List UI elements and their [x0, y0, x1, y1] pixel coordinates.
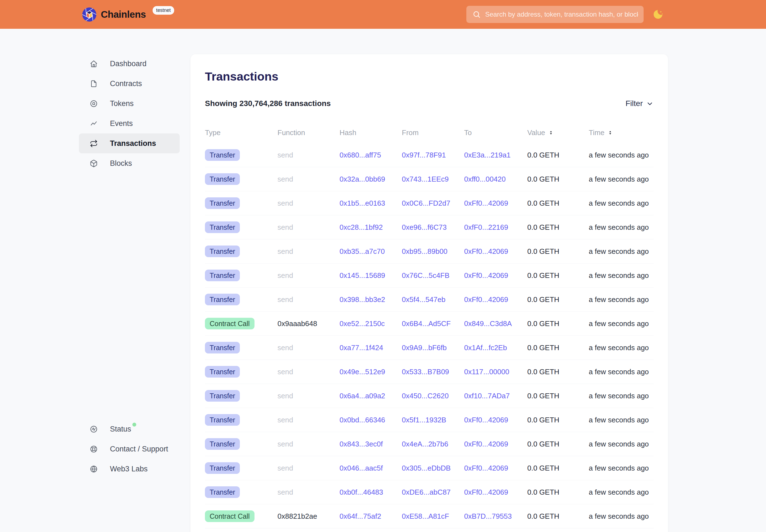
from-address-link[interactable]: 0x97f...78F91: [402, 151, 446, 159]
sidebar-item-label: Status: [110, 425, 131, 433]
value-cell: 0.0 GETH: [527, 488, 559, 496]
tx-type-badge: Transfer: [205, 246, 240, 257]
hash-link[interactable]: 0x680...aff75: [339, 151, 381, 159]
table-row: Transfersend0x6a4...a09a20x450...C26200x…: [205, 384, 654, 408]
to-address-link[interactable]: 0xFf0...42069: [464, 295, 508, 304]
to-address-link[interactable]: 0xf10...7ADa7: [464, 392, 510, 400]
to-address-link[interactable]: 0xFf0...42069: [464, 464, 508, 472]
time-cell: a few seconds ago: [589, 368, 649, 376]
to-address-link[interactable]: 0xFf0...42069: [464, 271, 508, 280]
hash-link[interactable]: 0x0bd...66346: [339, 416, 385, 424]
hash-link[interactable]: 0x64f...75af2: [339, 512, 381, 520]
from-address-link[interactable]: 0x4eA...2b7b6: [402, 440, 448, 448]
from-address-link[interactable]: 0xb95...89b00: [402, 247, 448, 255]
to-address-link[interactable]: 0xFf0...42069: [464, 247, 508, 255]
document-icon: [90, 80, 98, 88]
from-address-link[interactable]: 0x743...1EEc9: [402, 175, 449, 183]
to-address-link[interactable]: 0xFf0...42069: [464, 199, 508, 207]
time-cell: a few seconds ago: [589, 488, 649, 496]
search-input[interactable]: [485, 11, 638, 18]
time-cell: a few seconds ago: [589, 271, 649, 280]
filter-button[interactable]: Filter: [626, 99, 654, 108]
sort-icon: [548, 130, 554, 136]
column-header-to: To: [464, 128, 527, 137]
tx-type-badge: Transfer: [205, 390, 240, 402]
sidebar-item-contracts[interactable]: Contracts: [79, 74, 180, 94]
hash-link[interactable]: 0x32a...0bb69: [339, 175, 385, 183]
hash-link[interactable]: 0xc28...1bf92: [339, 223, 383, 231]
sidebar-item-dashboard[interactable]: Dashboard: [79, 54, 180, 74]
hash-link[interactable]: 0xa77...1f424: [339, 344, 383, 352]
hash-link[interactable]: 0x046...aac5f: [339, 464, 383, 472]
cube-icon: [90, 159, 98, 167]
page-title: Transactions: [205, 69, 654, 84]
tx-type-badge: Transfer: [205, 414, 240, 426]
sidebar-item-events[interactable]: Events: [79, 113, 180, 133]
from-address-link[interactable]: 0x305...eDbDB: [402, 464, 451, 472]
function-cell: 0x8821b2ae: [277, 512, 317, 520]
from-address-link[interactable]: 0x450...C2620: [402, 392, 449, 400]
column-header-type: Type: [205, 128, 277, 137]
dark-mode-toggle[interactable]: [651, 8, 665, 21]
search-box[interactable]: [466, 6, 644, 23]
value-cell: 0.0 GETH: [527, 295, 559, 304]
function-cell: send: [277, 223, 293, 231]
to-address-link[interactable]: 0xB7D...79553: [464, 512, 512, 520]
to-address-link[interactable]: 0xfF0...22169: [464, 223, 508, 231]
column-header-hash: Hash: [339, 128, 402, 137]
from-address-link[interactable]: 0x5f1...1932B: [402, 416, 446, 424]
to-address-link[interactable]: 0x1Af...fc2Eb: [464, 344, 507, 352]
from-address-link[interactable]: 0x9A9...bF6fb: [402, 344, 447, 352]
column-label: From: [402, 128, 419, 137]
hash-link[interactable]: 0x843...3ec0f: [339, 440, 383, 448]
sidebar-item-transactions[interactable]: Transactions: [79, 133, 180, 153]
sidebar-item-blocks[interactable]: Blocks: [79, 153, 180, 173]
hash-link[interactable]: 0x1b5...e0163: [339, 199, 385, 207]
sidebar-item-contact-support[interactable]: Contact / Support: [79, 439, 180, 459]
to-address-link[interactable]: 0xFf0...42069: [464, 440, 508, 448]
token-icon: [90, 100, 98, 108]
from-address-link[interactable]: 0x533...B7B09: [402, 368, 449, 376]
hash-link[interactable]: 0xb0f...46483: [339, 488, 383, 496]
sidebar-item-label: Dashboard: [110, 60, 146, 68]
from-address-link[interactable]: 0xDE6...abC87: [402, 488, 451, 496]
from-address-link[interactable]: 0x5f4...547eb: [402, 295, 446, 304]
to-address-link[interactable]: 0xE3a...219a1: [464, 151, 511, 159]
hash-link[interactable]: 0x6a4...a09a2: [339, 392, 385, 400]
from-address-link[interactable]: 0xE58...A81cF: [402, 512, 449, 520]
to-address-link[interactable]: 0x849...C3d8A: [464, 319, 512, 328]
from-address-link[interactable]: 0x76C...5c4FB: [402, 271, 450, 280]
to-address-link[interactable]: 0xFf0...42069: [464, 488, 508, 496]
hash-link[interactable]: 0x398...bb3e2: [339, 295, 385, 304]
top-header: Chainlens testnet: [0, 0, 766, 29]
hash-link[interactable]: 0x49e...512e9: [339, 368, 385, 376]
function-cell: send: [277, 199, 293, 207]
hash-link[interactable]: 0xb35...a7c70: [339, 247, 385, 255]
search-icon: [473, 10, 481, 19]
table-row: Transfersend0x398...bb3e20x5f4...547eb0x…: [205, 288, 654, 312]
column-header-time[interactable]: Time: [589, 128, 654, 137]
to-address-link[interactable]: 0x117...00000: [464, 368, 509, 376]
hash-link[interactable]: 0x145...15689: [339, 271, 385, 280]
table-row: Transfersend0x32a...0bb690x743...1EEc90x…: [205, 167, 654, 191]
to-address-link[interactable]: 0xFf0...42069: [464, 416, 508, 424]
from-address-link[interactable]: 0xe96...f6C73: [402, 223, 447, 231]
sidebar-item-tokens[interactable]: Tokens: [79, 94, 180, 113]
lifebuoy-icon: [90, 445, 98, 453]
tx-type-badge: Transfer: [205, 221, 240, 233]
table-row: Transfersend0xc28...1bf920xe96...f6C730x…: [205, 215, 654, 239]
brand-link[interactable]: Chainlens testnet: [82, 7, 174, 22]
from-address-link[interactable]: 0x6B4...Ad5CF: [402, 319, 451, 328]
value-cell: 0.0 GETH: [527, 151, 559, 159]
sidebar-item-web3-labs[interactable]: Web3 Labs: [79, 459, 180, 479]
sidebar-item-status[interactable]: Status: [79, 419, 180, 439]
filter-label: Filter: [626, 99, 643, 108]
sidebar-item-label: Events: [110, 119, 133, 128]
chainlens-logo-icon: [82, 7, 97, 22]
table-row: Transfersend0xa77...1f4240x9A9...bF6fb0x…: [205, 336, 654, 360]
column-header-value[interactable]: Value: [527, 128, 589, 137]
to-address-link[interactable]: 0xff0...00420: [464, 175, 506, 183]
main-panel: Transactions Showing 230,764,286 transac…: [190, 54, 668, 532]
from-address-link[interactable]: 0x0C6...FD2d7: [402, 199, 450, 207]
hash-link[interactable]: 0xe52...2150c: [339, 319, 385, 328]
